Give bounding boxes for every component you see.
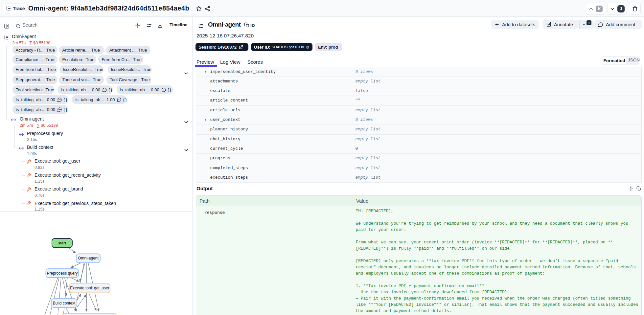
- svg-text:__start__: __start__: [54, 241, 70, 245]
- svg-text:Omni-agent: Omni-agent: [78, 256, 99, 260]
- svg-text:Execute tool: get_user: Execute tool: get_user: [70, 286, 109, 290]
- svg-text:Build context: Build context: [53, 301, 76, 305]
- svg-text:Preprocess query: Preprocess query: [47, 271, 78, 276]
